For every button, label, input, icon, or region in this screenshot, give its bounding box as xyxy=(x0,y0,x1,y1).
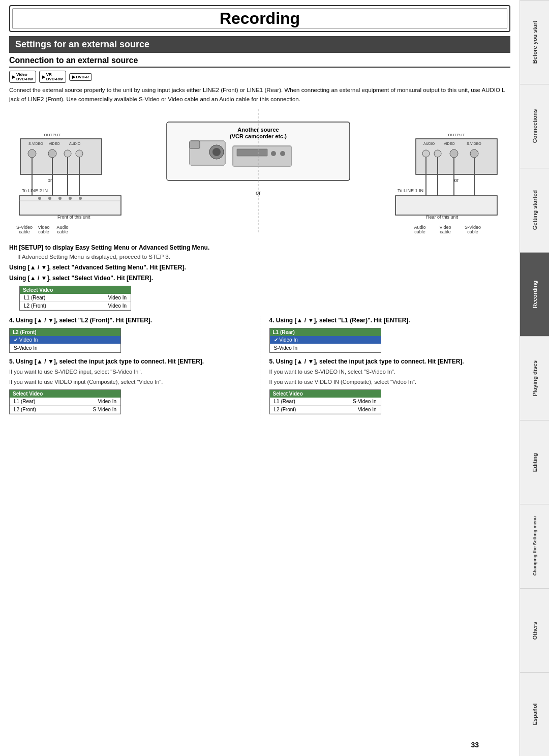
two-col-steps-4-5: 4. Using [▲ / ▼], select "L2 (Front)". H… xyxy=(9,316,510,418)
step5-left-row2-label: L2 (Front) xyxy=(14,407,36,412)
disc-badge-dvdrw-vr: ▶ VRDVD-RW xyxy=(39,71,66,83)
svg-point-50 xyxy=(434,150,441,157)
svg-point-5 xyxy=(48,197,51,200)
step5-right-menu-title: Select Video xyxy=(270,390,381,398)
svg-point-35 xyxy=(212,148,221,156)
sidebar-item-connections[interactable]: Connections xyxy=(520,84,549,168)
svg-point-14 xyxy=(28,149,36,158)
intro-text: Connect the external source properly to … xyxy=(9,86,510,104)
left-col: 4. Using [▲ / ▼], select "L2 (Front)". H… xyxy=(9,316,251,418)
sidebar-label-playing-discs: Playing discs xyxy=(532,360,538,396)
svg-text:VIDEO: VIDEO xyxy=(444,142,455,145)
disc-badge-dvdr: ▶ DVD-R xyxy=(69,73,92,81)
step4-right-menu: L1 (Rear) ✔ Video In S-Video In xyxy=(269,328,381,353)
step3-menu: Select Video L1 (Rear) Video In L2 (Fron… xyxy=(19,286,131,311)
disc-label-dvdr: DVD-R xyxy=(76,75,89,79)
svg-text:cable: cable xyxy=(19,229,30,234)
title-container: Recording xyxy=(9,5,510,32)
step5-right-note2: If you want to use VIDEO IN (Composite),… xyxy=(269,378,511,386)
svg-point-7 xyxy=(69,197,72,200)
sidebar-label-changing-settings: Changing the Setting menu xyxy=(532,517,537,576)
step4-left-menu-row-2: S-Video In xyxy=(10,344,120,352)
disc-icon-vr: ▶ xyxy=(42,75,45,79)
step4-right-row1-label: ✔ Video In xyxy=(274,337,298,343)
disc-label-vr: VRDVD-RW xyxy=(46,72,63,81)
step5-left-menu: Select Video L1 (Rear) Video In L2 (Fron… xyxy=(9,389,121,414)
step5-right-row1-value: S-Video In xyxy=(353,399,377,404)
step5-left-row1-label: L1 (Rear) xyxy=(14,399,35,404)
right-col: 4. Using [▲ / ▼], select "L1 (Rear)". Hi… xyxy=(269,316,511,418)
page-number: 33 xyxy=(471,741,479,749)
sidebar-item-others[interactable]: Others xyxy=(520,588,549,672)
svg-point-52 xyxy=(470,149,478,158)
diagram-svg: To LINE 2 IN Front of this unit OUTPUT S… xyxy=(9,109,507,234)
svg-point-8 xyxy=(79,197,82,200)
svg-text:Front of this unit: Front of this unit xyxy=(57,215,90,220)
step3-row1-value: Video In xyxy=(108,295,127,300)
page-container: Recording Settings for an external sourc… xyxy=(0,0,549,756)
page-title: Recording xyxy=(220,9,300,27)
step4-left-row1-label: ✔ Video In xyxy=(14,337,38,343)
step-2: Using [▲ / ▼], select "Advanced Setting … xyxy=(9,263,510,272)
svg-text:To LINE 2 IN: To LINE 2 IN xyxy=(22,188,48,193)
step3-row2-value: Video In xyxy=(108,303,127,309)
sidebar-item-espanol[interactable]: Español xyxy=(520,672,549,756)
sidebar-label-connections: Connections xyxy=(532,109,538,143)
svg-text:S-VIDEO: S-VIDEO xyxy=(28,142,43,145)
svg-text:VIDEO: VIDEO xyxy=(49,142,60,145)
step4-right-row2-label: S-Video In xyxy=(274,345,298,351)
sidebar-item-before-you-start[interactable]: Before you start xyxy=(520,0,549,84)
step-1-text: Hit [SETUP] to display Easy Setting Menu… xyxy=(9,244,209,251)
step5-right-row2-value: Video In xyxy=(358,407,377,412)
step5-right-menu-row-2: L2 (Front) Video In xyxy=(270,406,381,414)
step5-left-note1: If you want to use S-VIDEO input, select… xyxy=(9,368,251,376)
svg-text:cable: cable xyxy=(467,229,478,234)
step5-left-note2: If you want to use VIDEO input (Composit… xyxy=(9,378,251,386)
svg-point-15 xyxy=(48,149,56,158)
disc-icons-row: ▶ VideoDVD-RW ▶ VRDVD-RW ▶ DVD-R xyxy=(9,71,510,83)
sidebar-label-before-you-start: Before you start xyxy=(532,21,538,64)
sidebar-item-editing[interactable]: Editing xyxy=(520,420,549,504)
step5-left-row1-value: Video In xyxy=(98,399,116,404)
sidebar-item-recording[interactable]: Recording xyxy=(520,252,549,336)
step5-right-heading: 5. Using [▲ / ▼], select the input jack … xyxy=(269,357,511,366)
step3-menu-row-2: L2 (Front) Video In xyxy=(20,302,131,310)
svg-text:AUDIO: AUDIO xyxy=(69,142,81,145)
steps-area: Hit [SETUP] to display Easy Setting Menu… xyxy=(9,243,510,311)
svg-text:cable: cable xyxy=(440,229,451,234)
disc-badge-dvdrw-video: ▶ VideoDVD-RW xyxy=(9,71,36,83)
svg-text:cable: cable xyxy=(57,229,68,234)
step4-right-menu-title: L1 (Rear) xyxy=(270,328,381,336)
step5-left-row2-value: S-Video In xyxy=(93,407,116,412)
sidebar-item-playing-discs[interactable]: Playing discs xyxy=(520,336,549,420)
step5-right-note1: If you want to use S-VIDEO IN, select "S… xyxy=(269,368,511,376)
main-content: Recording Settings for an external sourc… xyxy=(0,0,520,756)
sidebar-label-others: Others xyxy=(532,621,538,639)
svg-text:Rear of this unit: Rear of this unit xyxy=(426,215,459,220)
step4-left-row2-label: S-Video In xyxy=(14,345,38,351)
diagram-area: To LINE 2 IN Front of this unit OUTPUT S… xyxy=(9,109,510,236)
sidebar-item-changing-settings[interactable]: Changing the Setting menu xyxy=(520,504,549,588)
step4-right-heading: 4. Using [▲ / ▼], select "L1 (Rear)". Hi… xyxy=(269,316,511,325)
step5-right-row2-label: L2 (Front) xyxy=(274,407,296,412)
svg-text:or: or xyxy=(454,177,460,183)
step-3: Using [▲ / ▼], select "Select Video". Hi… xyxy=(9,274,510,283)
svg-rect-37 xyxy=(237,149,267,156)
step4-left-menu: L2 (Front) ✔ Video In S-Video In xyxy=(9,328,121,353)
svg-point-17 xyxy=(76,150,83,157)
sidebar-label-getting-started: Getting started xyxy=(532,190,538,230)
svg-text:AUDIO: AUDIO xyxy=(423,142,435,145)
section-heading: Settings for an external source xyxy=(9,36,510,53)
disc-icon-video: ▶ xyxy=(12,75,15,79)
step-1: Hit [SETUP] to display Easy Setting Menu… xyxy=(9,243,510,252)
step3-row1-label: L1 (Rear) xyxy=(24,295,45,300)
step4-left-menu-title: L2 (Front) xyxy=(10,328,120,336)
sidebar-label-espanol: Español xyxy=(532,703,538,725)
svg-point-6 xyxy=(58,197,62,200)
step5-right-menu-row-1: L1 (Rear) S-Video In xyxy=(270,398,381,406)
svg-text:cable: cable xyxy=(414,229,425,234)
sidebar-item-getting-started[interactable]: Getting started xyxy=(520,168,549,252)
step4-left-menu-row-1: ✔ Video In xyxy=(10,336,120,344)
step5-right-menu: Select Video L1 (Rear) S-Video In L2 (Fr… xyxy=(269,389,381,414)
sidebar-label-recording: Recording xyxy=(532,281,538,308)
